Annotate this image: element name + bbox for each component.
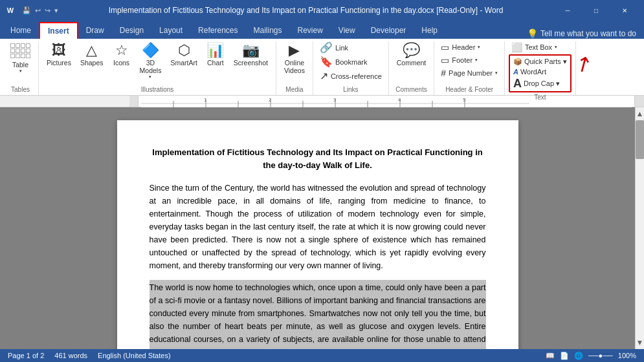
text-group-label: Text <box>509 92 572 103</box>
online-videos-button[interactable]: ▶ OnlineVideos <box>280 41 309 76</box>
page-number-label: Page Number <box>449 69 493 77</box>
illustrations-group-label: Illustrations <box>43 85 272 95</box>
ribbon-group-tables: Table ▾ Tables <box>3 41 39 95</box>
media-items: ▶ OnlineVideos <box>280 41 309 85</box>
text-box-button[interactable]: ⬜ Text Box ▾ <box>509 41 560 53</box>
screenshot-button[interactable]: 📷 Screenshot <box>230 41 272 69</box>
ribbon-group-comments: 💬 Comment Comments <box>389 41 435 95</box>
link-icon: 🔗 <box>320 43 333 53</box>
drop-cap-label: Drop Cap ▾ <box>524 80 560 88</box>
scroll-thumb[interactable] <box>636 120 644 159</box>
header-label: Header <box>452 43 475 51</box>
online-videos-icon: ▶ <box>289 43 300 58</box>
tab-mailings[interactable]: Mailings <box>245 22 289 39</box>
quick-parts-icon: 📦 <box>513 58 522 66</box>
cross-reference-icon: ↗ <box>320 71 328 81</box>
lightbulb-icon: 💡 <box>527 28 538 39</box>
footer-label: Footer <box>452 56 472 64</box>
shapes-label: Shapes <box>80 59 104 67</box>
illustrations-items: 🖼 Pictures △ Shapes ☆ Icons 🔷 3DModels ▾… <box>43 41 272 85</box>
wordart-label: WordArt <box>520 68 546 76</box>
tab-view[interactable]: View <box>331 22 363 39</box>
header-footer-group-label: Header & Footer <box>438 85 500 95</box>
smartart-button[interactable]: ⬡ SmartArt <box>166 41 201 69</box>
tab-layout[interactable]: Layout <box>151 22 190 39</box>
cross-reference-button[interactable]: ↗ Cross-reference <box>317 70 384 83</box>
ruler-left-padding <box>129 96 139 107</box>
language-indicator[interactable]: English (United States) <box>98 352 171 359</box>
document-page: Implementation of Fictitious Technology … <box>117 120 518 349</box>
svg-text:4: 4 <box>398 97 401 103</box>
wordart-button[interactable]: A WordArt <box>511 67 569 76</box>
table-arrow: ▾ <box>19 69 22 74</box>
3d-models-label: 3DModels <box>140 59 162 74</box>
page-number-dropdown: ▾ <box>495 70 498 76</box>
pictures-button[interactable]: 🖼 Pictures <box>43 41 75 69</box>
table-button[interactable]: Table ▾ <box>6 41 34 76</box>
tell-me-text[interactable]: Tell me what you want to do <box>540 29 636 38</box>
web-layout-icon[interactable]: 🌐 <box>574 352 583 360</box>
table-label: Table <box>12 61 28 69</box>
page-number-button[interactable]: # Page Number ▾ <box>438 67 500 79</box>
online-videos-label: OnlineVideos <box>284 59 305 74</box>
svg-text:2: 2 <box>269 97 272 103</box>
svg-text:1: 1 <box>204 97 207 103</box>
link-button[interactable]: 🔗 Link <box>317 41 351 54</box>
word-count[interactable]: 461 words <box>54 352 87 359</box>
quick-access-undo[interactable]: ↩ <box>35 6 41 15</box>
zoom-slider[interactable]: ──●── <box>588 352 613 359</box>
tab-home[interactable]: Home <box>3 22 39 39</box>
minimize-button[interactable]: ─ <box>553 0 582 21</box>
tables-group-label: Tables <box>6 85 34 95</box>
tab-references[interactable]: References <box>190 22 245 39</box>
print-layout-icon[interactable]: 📄 <box>560 352 569 360</box>
quick-parts-button[interactable]: 📦 Quick Parts ▾ <box>511 57 569 67</box>
quick-access-save[interactable]: 💾 <box>22 6 31 15</box>
page-indicator[interactable]: Page 1 of 2 <box>8 352 44 359</box>
svg-text:5: 5 <box>463 97 466 103</box>
header-button[interactable]: ▭ Header ▾ <box>438 41 483 53</box>
tab-developer[interactable]: Developer <box>363 22 414 39</box>
tab-review[interactable]: Review <box>290 22 331 39</box>
text-box-label: Text Box <box>525 43 552 51</box>
shapes-button[interactable]: △ Shapes <box>76 41 107 69</box>
tab-design[interactable]: Design <box>112 22 151 39</box>
maximize-button[interactable]: □ <box>582 0 610 21</box>
zoom-level[interactable]: 100% <box>618 352 636 359</box>
comment-button[interactable]: 💬 Comment <box>393 41 430 69</box>
tab-draw[interactable]: Draw <box>78 22 112 39</box>
icons-button[interactable]: ☆ Icons <box>109 41 135 69</box>
scroll-up-button[interactable]: ▲ <box>636 107 644 120</box>
document-area[interactable]: Implementation of Fictitious Technology … <box>0 107 635 349</box>
ribbon-tabs: Home Insert Draw Design Layout Reference… <box>0 21 644 39</box>
ribbon-group-links: 🔗 Link 🔖 Bookmark ↗ Cross-reference Link… <box>313 41 389 95</box>
footer-button[interactable]: ▭ Footer ▾ <box>438 54 480 66</box>
wordart-icon: A <box>513 68 518 76</box>
table-icon <box>10 43 30 59</box>
tab-insert[interactable]: Insert <box>39 22 78 39</box>
drop-cap-icon: A <box>513 78 522 89</box>
scroll-down-button[interactable]: ▼ <box>636 336 644 349</box>
screenshot-label: Screenshot <box>234 59 268 67</box>
page-number-icon: # <box>441 69 446 78</box>
status-bar: Page 1 of 2 461 words English (United St… <box>0 349 644 362</box>
close-button[interactable]: ✕ <box>610 0 639 21</box>
chart-button[interactable]: 📊 Chart <box>203 41 228 69</box>
3d-models-icon: 🔷 <box>142 43 159 58</box>
smartart-icon: ⬡ <box>178 43 190 58</box>
comment-label: Comment <box>397 59 427 67</box>
paragraph-1: Since the turn of the Century, the world… <box>150 182 486 272</box>
header-footer-items: ▭ Header ▾ ▭ Footer ▾ # Page Number ▾ <box>438 41 500 85</box>
quick-access-redo[interactable]: ↪ <box>45 6 50 15</box>
header-dropdown: ▾ <box>478 45 480 50</box>
read-mode-icon[interactable]: 📖 <box>546 352 555 360</box>
tell-me-area[interactable]: 💡 Tell me what you want to do <box>519 28 644 39</box>
vertical-scrollbar[interactable]: ▲ ▼ <box>635 107 644 349</box>
cross-reference-label: Cross-reference <box>331 72 382 80</box>
3d-models-button[interactable]: 🔷 3DModels ▾ <box>136 41 166 81</box>
bookmark-button[interactable]: 🔖 Bookmark <box>317 56 370 69</box>
chart-label: Chart <box>207 59 224 67</box>
tab-help[interactable]: Help <box>414 22 445 39</box>
footer-dropdown: ▾ <box>475 58 478 63</box>
drop-cap-button[interactable]: A Drop Cap ▾ <box>511 77 569 90</box>
